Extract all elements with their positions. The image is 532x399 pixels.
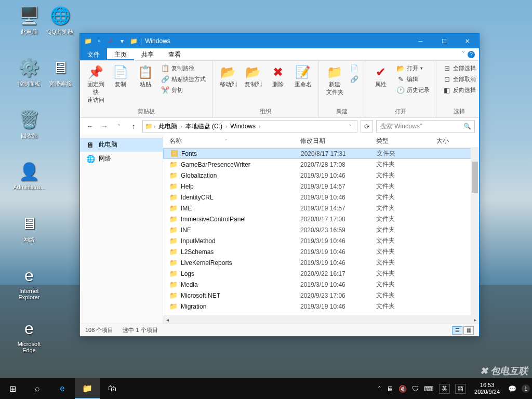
copy-path-button[interactable]: 📋复制路径 — [159, 63, 208, 73]
table-row[interactable]: 📁Migration2019/3/19 10:46文件夹 — [163, 301, 479, 312]
vertical-scrollbar[interactable] — [471, 147, 479, 315]
qat-dropdown-icon[interactable]: ▾ — [117, 36, 127, 46]
paste-button[interactable]: 📋粘贴 — [134, 63, 157, 89]
explorer-taskbar[interactable]: 📁 — [75, 378, 100, 399]
tray-volume-icon[interactable]: 🔇 — [398, 385, 407, 393]
pin-button[interactable]: 📌固定到快 速访问 — [84, 63, 107, 105]
recent-dropdown[interactable]: ˅ — [113, 121, 125, 132]
action-center-icon[interactable]: 💬 — [508, 385, 516, 393]
copy-button[interactable]: 📄复制 — [109, 63, 132, 89]
table-row[interactable]: 📁IME2019/3/19 14:57文件夹 — [163, 203, 479, 214]
clock[interactable]: 16:53 2020/9/24 — [471, 382, 503, 395]
tray-ime-icon[interactable]: ⌨ — [424, 385, 434, 393]
scrollbar-thumb[interactable] — [472, 162, 478, 193]
desktop-icon-宽带连接[interactable]: 🖥宽带连接 — [43, 57, 78, 88]
crumb-disk[interactable]: 本地磁盘 (C:) — [183, 121, 224, 132]
new-item-icon[interactable]: 📄 — [348, 63, 361, 73]
horizontal-scrollbar[interactable]: ◂▸ — [163, 315, 479, 324]
scroll-left-icon[interactable]: ◂ — [163, 317, 171, 323]
desktop-icon-此电脑[interactable]: 🖥️此电脑 — [11, 5, 47, 36]
view-icons-icon[interactable]: ▦ — [463, 326, 474, 335]
history-button[interactable]: 🕐历史记录 — [394, 85, 432, 95]
tab-home[interactable]: 主页 — [107, 48, 134, 60]
delete-button[interactable]: ✖删除 — [267, 63, 289, 89]
ime-lang-2[interactable]: 皕 — [455, 384, 466, 394]
maximize-button[interactable]: ☐ — [432, 34, 456, 48]
easy-access-icon[interactable]: 🔗 — [348, 74, 361, 84]
col-date[interactable]: 修改日期 — [300, 137, 376, 145]
navitem-network[interactable]: 🌐网络 — [80, 152, 163, 166]
edge-taskbar[interactable]: e — [50, 378, 75, 399]
invert-selection-button[interactable]: ◧反向选择 — [441, 85, 478, 95]
table-row[interactable]: 📁LiveKernelReports2019/3/19 10:46文件夹 — [163, 257, 479, 268]
open-button[interactable]: 📂打开▾ — [394, 63, 432, 73]
chevron-right-icon[interactable]: › — [225, 124, 227, 129]
desktop-icon-回收站[interactable]: 🗑️回收站 — [11, 109, 47, 140]
tray-defender-icon[interactable]: 🛡 — [412, 385, 419, 393]
table-row[interactable]: 📁GameBarPresenceWriter2020/7/28 17:08文件夹 — [163, 159, 479, 170]
desktop-icon-Microsoft Edge[interactable]: eMicrosoft Edge — [11, 318, 47, 353]
desktop-icon-控制面板[interactable]: ⚙️控制面板 — [11, 57, 47, 88]
breadcrumb-dropdown[interactable]: ˅ — [346, 124, 355, 129]
table-row[interactable]: 📁InputMethod2019/3/19 10:46文件夹 — [163, 235, 479, 246]
titlebar[interactable]: 📁 ▫ ✓ ▾ 📁 | Windows ─ ☐ ✕ — [80, 34, 479, 48]
desktop-icon-网络[interactable]: 🖥网络 — [11, 213, 47, 244]
desktop-icon-Internet Explorer[interactable]: eInternet Explorer — [11, 265, 47, 300]
table-row[interactable]: 📁L2Schemas2019/3/19 10:46文件夹 — [163, 246, 479, 257]
forward-button[interactable]: → — [99, 121, 110, 132]
store-taskbar[interactable]: 🛍 — [100, 378, 125, 399]
qat-new-icon[interactable]: ✓ — [106, 36, 115, 46]
col-size[interactable]: 大小 — [436, 137, 461, 145]
tray-overflow-icon[interactable]: ˄ — [378, 385, 381, 393]
search-icon[interactable]: 🔍 — [463, 123, 471, 130]
notification-badge[interactable]: 1 — [522, 384, 530, 393]
edit-button[interactable]: ✎编辑 — [394, 74, 432, 84]
navitem-thispc[interactable]: 🖥此电脑 — [80, 138, 163, 152]
view-details-icon[interactable]: ☰ — [452, 326, 462, 335]
start-button[interactable]: ⊞ — [0, 378, 25, 399]
table-row[interactable]: 📁IdentityCRL2019/3/19 10:46文件夹 — [163, 192, 479, 203]
table-row[interactable]: 📁Microsoft.NET2020/9/23 17:06文件夹 — [163, 290, 479, 301]
close-button[interactable]: ✕ — [456, 34, 479, 48]
table-row[interactable]: 📁Globalization2019/3/19 10:46文件夹 — [163, 170, 479, 181]
qat-properties-icon[interactable]: ▫ — [95, 36, 104, 46]
crumb-thispc[interactable]: 此电脑 — [156, 121, 179, 132]
rename-button[interactable]: 📝重命名 — [291, 63, 314, 89]
desktop-icon-Administra...[interactable]: 👤Administra... — [11, 161, 47, 190]
search-input[interactable]: 搜索"Windows" 🔍 — [376, 120, 475, 132]
ime-lang-1[interactable]: 英 — [439, 384, 450, 394]
table-row[interactable]: 📁ImmersiveControlPanel2020/8/17 17:08文件夹 — [163, 214, 479, 224]
paste-shortcut-button[interactable]: 🔗粘贴快捷方式 — [159, 74, 208, 84]
table-row[interactable]: 📁Logs2020/9/22 16:17文件夹 — [163, 268, 479, 279]
select-none-button[interactable]: ⊡全部取消 — [441, 74, 478, 84]
help-icon[interactable]: ? — [468, 51, 475, 58]
tray-network-icon[interactable]: 🖥 — [387, 385, 393, 393]
table-row[interactable]: 📁INF2020/9/23 16:59文件夹 — [163, 224, 479, 235]
properties-button[interactable]: ✔属性 — [369, 63, 392, 89]
up-button[interactable]: ↑ — [128, 121, 139, 132]
crumb-windows[interactable]: Windows — [228, 122, 258, 131]
refresh-button[interactable]: ⟳ — [361, 120, 373, 132]
move-to-button[interactable]: 📂移动到 — [217, 63, 240, 89]
chevron-right-icon[interactable]: › — [180, 124, 182, 129]
search-button[interactable]: ⌕ — [25, 378, 50, 399]
new-folder-button[interactable]: 📁新建 文件夹 — [323, 63, 346, 97]
minimize-button[interactable]: ─ — [409, 34, 432, 48]
select-all-button[interactable]: ⊞全部选择 — [441, 63, 478, 73]
col-name[interactable]: 名称 ˄ — [169, 137, 300, 145]
chevron-right-icon[interactable]: › — [154, 124, 155, 129]
breadcrumb[interactable]: 📁 › 此电脑 › 本地磁盘 (C:) › Windows › ˅ — [142, 120, 357, 132]
scroll-right-icon[interactable]: ▸ — [471, 317, 479, 323]
col-type[interactable]: 类型 — [376, 137, 436, 145]
cut-button[interactable]: ✂️剪切 — [159, 85, 208, 95]
tab-share[interactable]: 共享 — [134, 48, 161, 60]
ribbon-collapse-icon[interactable]: ˇ — [462, 51, 464, 58]
table-row[interactable]: 🅰Fonts2020/8/17 17:31文件夹 — [163, 148, 479, 159]
copy-to-button[interactable]: 📂复制到 — [242, 63, 264, 89]
back-button[interactable]: ← — [84, 121, 96, 132]
desktop-icon-QQ浏览器[interactable]: 🌐QQ浏览器 — [43, 5, 78, 36]
chevron-right-icon[interactable]: › — [259, 124, 260, 129]
tab-file[interactable]: 文件 — [80, 48, 107, 60]
table-row[interactable]: 📁Help2019/3/19 14:57文件夹 — [163, 181, 479, 192]
tab-view[interactable]: 查看 — [161, 48, 188, 60]
